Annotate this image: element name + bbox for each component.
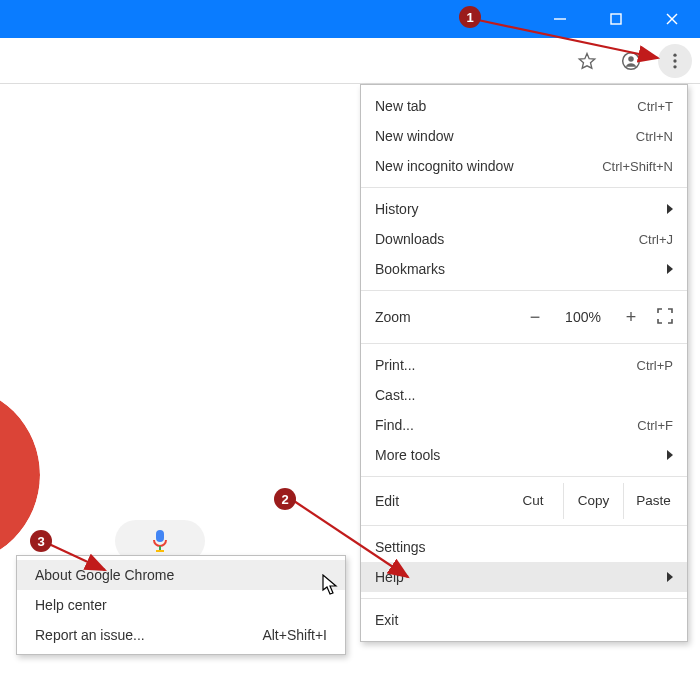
submenu-arrow-icon (667, 450, 673, 460)
edit-cut-button[interactable]: Cut (503, 483, 563, 519)
fullscreen-icon (657, 308, 673, 324)
menu-item-zoom: Zoom − 100% + (361, 297, 687, 337)
menu-item-bookmarks[interactable]: Bookmarks (361, 254, 687, 284)
submenu-arrow-icon (667, 204, 673, 214)
zoom-out-button[interactable]: − (525, 307, 545, 328)
microphone-icon (151, 529, 169, 553)
edit-paste-button[interactable]: Paste (623, 483, 683, 519)
zoom-value: 100% (561, 309, 605, 325)
svg-line-10 (294, 501, 408, 577)
fullscreen-button[interactable] (657, 308, 673, 327)
annotation-badge-1: 1 (459, 6, 481, 28)
edit-copy-button[interactable]: Copy (563, 483, 623, 519)
svg-line-9 (478, 20, 658, 58)
menu-item-new-window[interactable]: New windowCtrl+N (361, 121, 687, 151)
menu-item-more-tools[interactable]: More tools (361, 440, 687, 470)
menu-separator (361, 290, 687, 291)
menu-item-new-tab[interactable]: New tabCtrl+T (361, 91, 687, 121)
menu-separator (361, 598, 687, 599)
menu-item-cast[interactable]: Cast... (361, 380, 687, 410)
annotation-arrow-3 (45, 540, 115, 580)
svg-line-11 (49, 544, 105, 570)
annotation-badge-3: 3 (30, 530, 52, 552)
menu-item-new-incognito[interactable]: New incognito windowCtrl+Shift+N (361, 151, 687, 181)
svg-rect-15 (156, 530, 164, 542)
menu-item-exit[interactable]: Exit (361, 605, 687, 635)
submenu-item-help-center[interactable]: Help center (17, 590, 345, 620)
submenu-arrow-icon (667, 264, 673, 274)
menu-item-history[interactable]: History (361, 194, 687, 224)
annotation-arrow-1 (468, 10, 678, 70)
submenu-item-report-issue[interactable]: Report an issue...Alt+Shift+I (17, 620, 345, 650)
submenu-arrow-icon (667, 572, 673, 582)
menu-item-find[interactable]: Find...Ctrl+F (361, 410, 687, 440)
menu-item-downloads[interactable]: DownloadsCtrl+J (361, 224, 687, 254)
mouse-cursor-icon (322, 574, 340, 600)
menu-separator (361, 476, 687, 477)
annotation-badge-2: 2 (274, 488, 296, 510)
menu-separator (361, 187, 687, 188)
menu-item-print[interactable]: Print...Ctrl+P (361, 350, 687, 380)
zoom-in-button[interactable]: + (621, 307, 641, 328)
menu-separator (361, 343, 687, 344)
annotation-arrow-2 (290, 497, 420, 589)
zoom-label: Zoom (375, 309, 465, 325)
